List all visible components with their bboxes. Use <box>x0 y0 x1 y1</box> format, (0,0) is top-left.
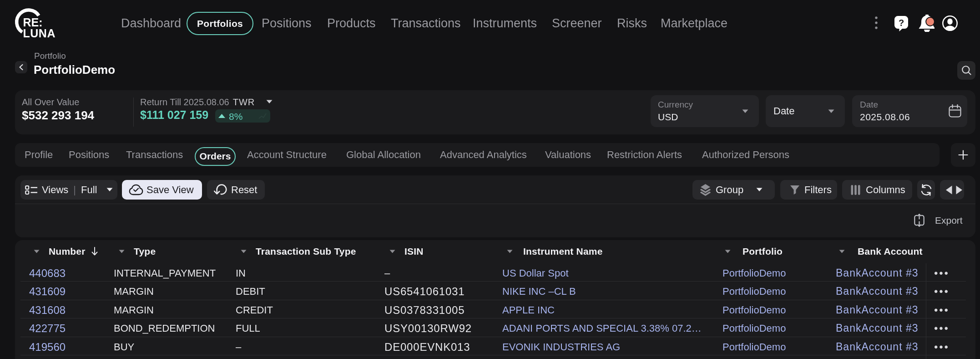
svg-text:?: ? <box>899 18 904 28</box>
svg-text:LUNA: LUNA <box>23 27 56 40</box>
